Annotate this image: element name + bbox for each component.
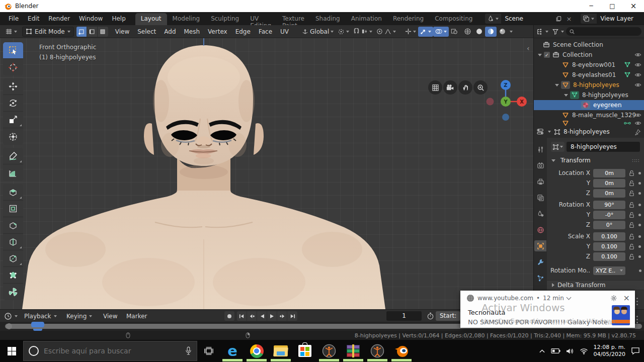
delta-transform-header[interactable]: Delta Transform — [547, 280, 644, 290]
animate-dot[interactable] — [638, 204, 641, 206]
visibility-eye-icon[interactable] — [634, 81, 641, 88]
mode-dropdown[interactable]: Edit Mode — [22, 27, 74, 37]
tool-knife[interactable] — [3, 250, 23, 267]
editor-type-button[interactable] — [3, 27, 19, 37]
tool-transform[interactable] — [3, 128, 23, 145]
object-name-field[interactable]: 8-highpolyeyes — [567, 142, 640, 152]
taskbar-clock[interactable]: 12:08 p. m. 04/05/2020 — [594, 344, 625, 358]
browser-notification[interactable]: www.youtube.com • 12 min × Tecnonauta NO… — [460, 291, 635, 328]
properties-editor-icon[interactable] — [537, 128, 545, 135]
current-frame-field[interactable]: 1 — [386, 310, 422, 322]
outliner-search-input[interactable] — [566, 27, 641, 36]
taskbar-edge-icon[interactable]: e — [220, 340, 245, 362]
outliner-row-eyebrow[interactable]: 8-eyebrow001 — [534, 60, 644, 70]
face-select-button[interactable] — [98, 27, 108, 37]
tool-scale[interactable] — [3, 112, 23, 128]
animate-dot[interactable] — [638, 235, 641, 238]
tool-spin[interactable] — [3, 284, 23, 300]
menu-add[interactable]: Add — [160, 25, 180, 38]
taskbar-winrar-icon[interactable] — [341, 340, 365, 362]
expand-caret-icon[interactable] — [538, 54, 542, 56]
wifi-icon[interactable] — [580, 348, 588, 354]
scene-copy-icon[interactable] — [553, 14, 564, 24]
overlays-dropdown[interactable] — [433, 27, 449, 37]
lock-icon[interactable] — [629, 180, 634, 187]
shading-rendered-button[interactable] — [497, 27, 508, 37]
snap-toggle-dropdown[interactable] — [351, 27, 374, 37]
lock-icon[interactable] — [629, 222, 634, 228]
shading-solid-button[interactable] — [473, 27, 485, 37]
next-keyframe-button[interactable] — [277, 311, 287, 321]
pivot-point-dropdown[interactable] — [336, 27, 351, 37]
tab-animation[interactable]: Animation — [346, 13, 387, 25]
battery-icon[interactable] — [551, 348, 560, 354]
tab-rendering[interactable]: Rendering — [387, 13, 429, 25]
visibility-eye-icon[interactable] — [634, 112, 641, 119]
marker-menu[interactable]: Marker — [126, 310, 147, 322]
tab-output[interactable] — [534, 176, 546, 187]
tab-compositing[interactable]: Compositing — [429, 13, 478, 25]
jump-to-start-button[interactable] — [237, 311, 247, 321]
menu-face[interactable]: Face — [255, 25, 276, 38]
value-field[interactable]: 0.100 — [593, 232, 625, 241]
scene-unlink-icon[interactable]: × — [564, 14, 574, 24]
value-field[interactable]: 0.100 — [593, 242, 625, 251]
tray-chevron-icon[interactable] — [539, 349, 545, 353]
outliner-row-eyelashes[interactable]: 8-eyelashes01 — [534, 70, 644, 80]
lock-icon[interactable] — [629, 190, 634, 197]
value-field[interactable]: 0m — [593, 179, 625, 188]
search-input[interactable] — [44, 347, 180, 355]
pan-view-button[interactable] — [458, 80, 472, 95]
record-button[interactable] — [224, 310, 234, 322]
microphone-icon[interactable] — [185, 346, 192, 355]
action-center-icon[interactable] — [631, 347, 640, 355]
outliner-row-partial[interactable] — [534, 120, 644, 126]
lock-icon[interactable] — [629, 202, 634, 208]
tab-layout[interactable]: Layout — [135, 13, 167, 25]
menu-select[interactable]: Select — [133, 25, 160, 38]
value-field[interactable]: 0m — [593, 189, 625, 198]
value-field[interactable]: 90° — [593, 201, 625, 209]
frame-start-field[interactable]: Start: — [436, 310, 460, 322]
animate-dot[interactable] — [638, 245, 641, 248]
camera-view-button[interactable] — [443, 80, 457, 95]
object-id-icon[interactable] — [551, 142, 565, 152]
outliner-editor-caret[interactable] — [545, 31, 548, 33]
menu-mesh[interactable]: Mesh — [180, 25, 204, 38]
value-field[interactable]: 0° — [593, 221, 625, 229]
animate-dot[interactable] — [638, 182, 641, 185]
tool-annotate[interactable] — [3, 148, 23, 164]
animate-dot[interactable] — [638, 172, 641, 174]
notification-expand-chevron[interactable] — [566, 295, 571, 300]
lock-icon[interactable] — [629, 233, 634, 240]
tool-measure[interactable] — [3, 164, 23, 181]
scene-icon[interactable] — [485, 14, 501, 24]
view-layer-icon[interactable] — [581, 14, 597, 24]
tab-view-layer[interactable] — [534, 192, 546, 203]
lock-icon[interactable] — [629, 212, 634, 218]
xray-toggle[interactable] — [449, 27, 460, 37]
outliner-row-eyegreen[interactable]: eyegreen — [534, 100, 644, 110]
tab-shading[interactable]: Shading — [310, 13, 346, 25]
timeline-scrollbar-knob[interactable] — [6, 323, 12, 329]
taskbar-explorer-icon[interactable] — [269, 340, 293, 362]
orientation-dropdown[interactable]: Global — [300, 27, 336, 37]
menu-edit[interactable]: Edit — [23, 12, 44, 25]
keying-menu[interactable]: Keying — [66, 310, 92, 322]
tab-world[interactable] — [534, 224, 546, 235]
tool-inset-faces[interactable] — [3, 201, 23, 217]
taskbar-chrome-icon[interactable] — [245, 340, 269, 362]
tab-modifiers[interactable] — [534, 256, 546, 267]
prev-keyframe-button[interactable] — [247, 311, 257, 321]
visibility-eye-icon[interactable] — [634, 61, 641, 68]
stopwatch-icon[interactable] — [427, 310, 434, 322]
tab-texture-paint[interactable]: Texture Paint — [277, 13, 310, 25]
visibility-eye-icon[interactable] — [634, 120, 641, 126]
menu-render[interactable]: Render — [44, 12, 74, 25]
viewport-3d[interactable]: Front Orthographic (1) 8-highpolyeyes Z … — [0, 38, 533, 309]
tab-scene[interactable] — [534, 208, 546, 219]
tool-poly-build[interactable] — [3, 267, 23, 284]
outliner-row-collection[interactable]: ✓ Collection — [534, 50, 644, 60]
tool-move[interactable] — [3, 78, 23, 95]
value-field[interactable]: -0° — [593, 211, 625, 219]
